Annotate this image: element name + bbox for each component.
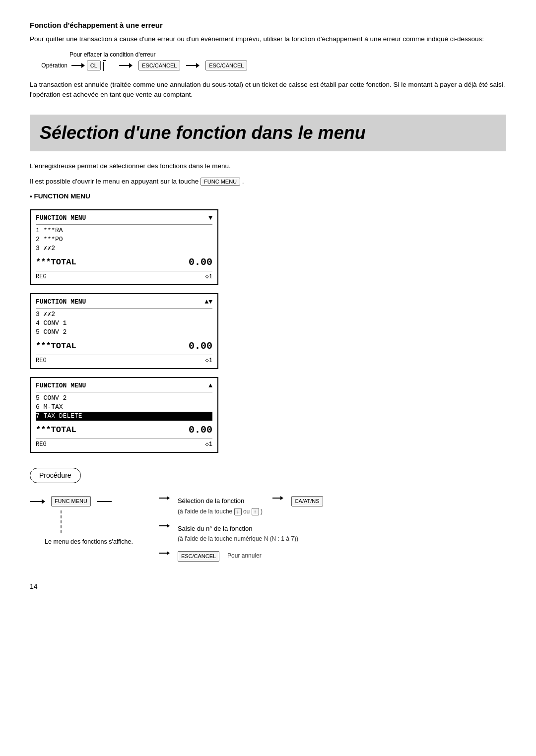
esc-cancel-key-2: ESC/CANCEL	[205, 61, 247, 71]
procedure-label: Procédure	[30, 468, 81, 483]
diag-right-sub-2: (à l'aide de la touche numérique N (N : …	[178, 534, 298, 543]
screen-3-reg-row: REG ◇1	[36, 439, 212, 449]
screen-1-reg-label: REG	[36, 272, 47, 281]
screen-2-item-2: 4 CONV 1	[36, 319, 212, 328]
screen-1-item-2: 2 ***PO	[36, 235, 212, 244]
screen-2-total-row: ***TOTAL 0.00	[36, 339, 212, 354]
diag-right-sub-3: Pour annuler	[227, 551, 262, 560]
esc-cancel-key-1: ESC/CANCEL	[138, 61, 180, 71]
procedure-diagram: FUNC MENU Le menu des fonctions s'affich…	[30, 496, 506, 562]
flow-op-label: Opération	[40, 61, 69, 70]
screen-2-header-left: FUNCTION MENU	[36, 297, 86, 307]
escape-flow-diagram: Pour effacer la condition d'erreur Opéra…	[40, 50, 506, 71]
screen-1: FUNCTION MENU ▼ 1 ***RA 2 ***PO 3 ✗✗2 **…	[30, 209, 218, 285]
screen-3-header-left: FUNCTION MENU	[36, 381, 86, 391]
function-menu-screens: FUNCTION MENU ▼ 1 ***RA 2 ***PO 3 ✗✗2 **…	[30, 209, 218, 453]
screen-2-item-3: 5 CONV 2	[36, 328, 212, 337]
diag-right-row-3: ESC/CANCEL Pour annuler	[159, 551, 323, 562]
screen-3: FUNCTION MENU ▲ 5 CONV 2 6 M-TAX 7 TAX D…	[30, 377, 218, 453]
diag-right-sub-1: (à l'aide de la touche ↓ ou ↑ )	[178, 507, 263, 516]
screen-3-item-2: 6 M-TAX	[36, 403, 212, 412]
esc-cancel-key-proc: ESC/CANCEL	[178, 551, 219, 562]
screen-1-total-row: ***TOTAL 0.00	[36, 255, 212, 270]
selection-section-header: Sélection d'une fonction dans le menu	[30, 115, 506, 151]
flow-row: Opération CL	[40, 60, 506, 71]
screen-1-total-label: ***TOTAL	[36, 256, 76, 269]
screen-2-reg-row: REG ◇1	[36, 355, 212, 365]
screen-2-total-value: 0.00	[189, 339, 212, 354]
func-menu-inline-key: FUNC MENU	[201, 178, 240, 186]
screen-2: FUNCTION MENU ▲▼ 3 ✗✗2 4 CONV 1 5 CONV 2…	[30, 293, 218, 369]
escape-para1: Pour quitter une transaction à cause d'u…	[30, 34, 506, 44]
dotted-line	[61, 510, 62, 533]
diag-right-label-2: Saisie du n° de la fonction	[178, 524, 298, 534]
flow-arrow1	[71, 63, 85, 68]
screen-1-item-1: 1 ***RA	[36, 226, 212, 235]
diag-right: Sélection de la fonction (à l'aide de la…	[149, 496, 323, 562]
screen-3-total-value: 0.00	[189, 423, 212, 438]
selection-desc1: L'enregistreuse permet de sélectionner d…	[30, 161, 506, 171]
screen-1-reg-row: REG ◇1	[36, 271, 212, 281]
ca-at-ns-key: CA/AT/NS	[291, 496, 323, 506]
screen-3-item-highlighted: 7 TAX DELETE	[36, 412, 212, 421]
screen-1-total-value: 0.00	[189, 255, 212, 270]
selection-desc2: Il est possible d'ouvrir le menu en appu…	[30, 177, 506, 187]
screen-1-header-left: FUNCTION MENU	[36, 213, 86, 223]
diag-left-bottom: Le menu des fonctions s'affiche.	[45, 537, 133, 547]
screen-3-item-1: 5 CONV 2	[36, 394, 212, 403]
escape-para2: La transaction est annulée (traitée comm…	[30, 80, 506, 100]
desc2-pre: Il est possible d'ouvrir le menu en appu…	[30, 178, 201, 185]
screen-2-reg-value: ◇1	[205, 356, 212, 365]
screen-1-header-right: ▼	[208, 213, 212, 223]
screen-1-header: FUNCTION MENU ▼	[36, 213, 212, 225]
flow-top-label: Pour effacer la condition d'erreur	[69, 50, 506, 59]
selection-heading: Sélection d'une fonction dans le menu	[40, 120, 496, 146]
bullet-label: • FUNCTION MENU	[30, 191, 506, 201]
diag-left-top: FUNC MENU	[30, 496, 112, 506]
diag-right-row-2: Saisie du n° de la fonction (à l'aide de…	[159, 524, 323, 544]
desc2-post: .	[242, 178, 244, 185]
escape-section: Fonction d'échappement à une erreur Pour…	[30, 20, 506, 100]
func-menu-key: FUNC MENU	[51, 496, 91, 506]
screen-2-header-right: ▲▼	[204, 297, 212, 307]
page-number: 14	[30, 581, 506, 592]
screen-3-header-right: ▲	[208, 381, 212, 391]
escape-heading: Fonction d'échappement à une erreur	[30, 20, 506, 31]
screen-2-reg-label: REG	[36, 356, 47, 365]
diag-right-row-1: Sélection de la fonction (à l'aide de la…	[159, 496, 323, 516]
screen-2-total-label: ***TOTAL	[36, 340, 76, 353]
screen-2-header: FUNCTION MENU ▲▼	[36, 297, 212, 309]
screen-2-item-1: 3 ✗✗2	[36, 310, 212, 319]
screen-3-total-row: ***TOTAL 0.00	[36, 423, 212, 438]
screen-1-item-3: 3 ✗✗2	[36, 244, 212, 253]
screen-3-total-label: ***TOTAL	[36, 424, 76, 437]
cl-key: CL	[87, 61, 101, 71]
screen-3-reg-value: ◇1	[205, 440, 212, 449]
diag-right-label-1: Sélection de la fonction	[178, 496, 263, 506]
screen-3-header: FUNCTION MENU ▲	[36, 381, 212, 392]
selection-section: L'enregistreuse permet de sélectionner d…	[30, 161, 506, 562]
screen-3-reg-label: REG	[36, 440, 47, 449]
diag-left: FUNC MENU Le menu des fonctions s'affich…	[30, 496, 149, 562]
screen-1-reg-value: ◇1	[205, 272, 212, 281]
